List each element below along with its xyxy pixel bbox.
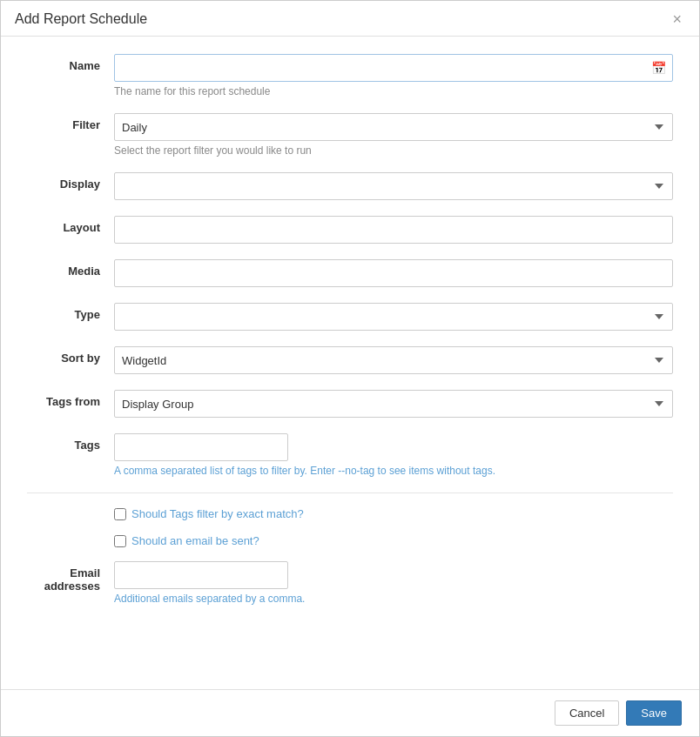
close-button[interactable]: ×	[669, 11, 685, 27]
email-sent-group: Should an email be sent?	[114, 534, 673, 547]
exact-match-checkbox[interactable]	[114, 508, 126, 520]
type-control-wrap	[114, 303, 673, 331]
filter-field-group: Filter Daily Weekly Monthly Select the r…	[27, 113, 673, 157]
cancel-button[interactable]: Cancel	[555, 700, 619, 726]
email-addresses-label: Email addresses	[27, 561, 114, 593]
email-sent-label[interactable]: Should an email be sent?	[131, 534, 259, 547]
email-help-text: Additional emails separated by a comma.	[114, 593, 673, 605]
media-input[interactable]	[114, 259, 673, 287]
name-control-wrap: 📅 The name for this report schedule	[114, 54, 673, 97]
sortby-select[interactable]: WidgetId WidgetName	[114, 346, 673, 374]
sortby-control-wrap: WidgetId WidgetName	[114, 346, 673, 374]
name-input[interactable]	[114, 54, 673, 82]
calendar-icon: 📅	[651, 61, 666, 75]
sortby-field-group: Sort by WidgetId WidgetName	[27, 346, 673, 374]
display-label: Display	[27, 172, 114, 191]
name-help-text: The name for this report schedule	[114, 85, 673, 97]
save-button[interactable]: Save	[626, 700, 682, 726]
media-field-group: Media	[27, 259, 673, 287]
modal-dialog: Add Report Schedule × Name 📅 The name fo…	[0, 0, 700, 737]
type-label: Type	[27, 303, 114, 321]
tagsfrom-select[interactable]: Display Group Layout Media	[114, 390, 673, 418]
layout-input[interactable]	[114, 216, 673, 244]
name-input-wrap: 📅	[114, 54, 673, 82]
divider-1	[27, 492, 673, 493]
media-label: Media	[27, 259, 114, 278]
filter-select[interactable]: Daily Weekly Monthly	[114, 113, 673, 141]
email-addresses-input[interactable]	[114, 561, 288, 589]
tags-label: Tags	[27, 433, 114, 452]
tagsfrom-control-wrap: Display Group Layout Media	[114, 390, 673, 418]
modal-title: Add Report Schedule	[15, 11, 147, 27]
tags-control-wrap: A comma separated list of tags to filter…	[114, 433, 673, 477]
email-addresses-field-group: Email addresses Additional emails separa…	[27, 561, 673, 605]
exact-match-group: Should Tags filter by exact match?	[114, 507, 673, 520]
modal-body: Name 📅 The name for this report schedule…	[1, 37, 699, 689]
type-select[interactable]	[114, 303, 673, 331]
tagsfrom-label: Tags from	[27, 390, 114, 408]
tags-field-group: Tags A comma separated list of tags to f…	[27, 433, 673, 477]
layout-label: Layout	[27, 216, 114, 234]
exact-match-label[interactable]: Should Tags filter by exact match?	[131, 507, 304, 520]
modal-header: Add Report Schedule ×	[1, 1, 699, 37]
layout-field-group: Layout	[27, 216, 673, 244]
filter-help-text: Select the report filter you would like …	[114, 144, 673, 157]
display-field-group: Display	[27, 172, 673, 200]
tags-input[interactable]	[114, 433, 288, 461]
tagsfrom-field-group: Tags from Display Group Layout Media	[27, 390, 673, 418]
display-select[interactable]	[114, 172, 673, 200]
tags-help-text: A comma separated list of tags to filter…	[114, 465, 673, 477]
sortby-label: Sort by	[27, 346, 114, 365]
layout-control-wrap	[114, 216, 673, 244]
filter-control-wrap: Daily Weekly Monthly Select the report f…	[114, 113, 673, 157]
filter-label: Filter	[27, 113, 114, 131]
media-control-wrap	[114, 259, 673, 287]
type-field-group: Type	[27, 303, 673, 331]
display-control-wrap	[114, 172, 673, 200]
email-addresses-control-wrap: Additional emails separated by a comma.	[114, 561, 673, 605]
email-sent-checkbox[interactable]	[114, 535, 126, 547]
name-field-group: Name 📅 The name for this report schedule	[27, 54, 673, 97]
modal-footer: Cancel Save	[1, 689, 699, 736]
name-label: Name	[27, 54, 114, 72]
